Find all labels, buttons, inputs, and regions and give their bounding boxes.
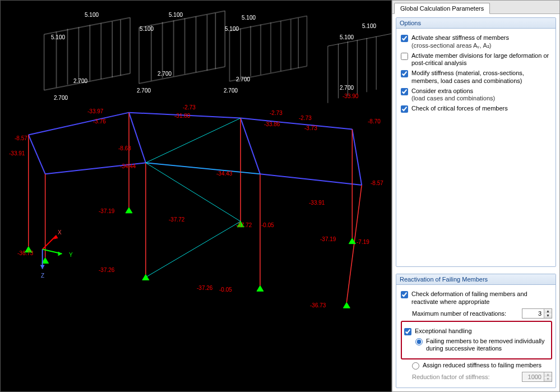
opt-member-divisions[interactable]: Activate member divisions for large defo…: [401, 52, 552, 68]
row-max-reactivations: Maximum number of reactivations: ▲▼: [412, 308, 552, 319]
spinner-up-icon[interactable]: ▲: [544, 309, 552, 313]
checkbox-exceptional[interactable]: [404, 328, 411, 335]
opt-label: Activate member divisions for large defo…: [411, 52, 552, 68]
tabbar: Global Calculation Parameters: [392, 1, 559, 14]
spinner-up-icon: ▲: [544, 372, 552, 377]
svg-line-6: [352, 130, 362, 186]
opt-label: Consider extra options: [411, 87, 473, 94]
spinner-reduction: ▲▼: [522, 372, 552, 382]
svg-line-21: [146, 163, 240, 222]
axis-y-label: Y: [69, 252, 73, 258]
checkbox-check-deform[interactable]: [401, 291, 408, 298]
opt-sublabel: (load cases and combinations): [411, 95, 495, 102]
spinner-down-icon: ▼: [544, 377, 552, 381]
options-group: Options Activate shear stiffness of memb…: [396, 17, 556, 267]
tab-global-calculation[interactable]: Global Calculation Parameters: [394, 3, 490, 14]
checkbox-shear[interactable]: [401, 35, 408, 42]
parameters-panel: Global Calculation Parameters Options Ac…: [392, 0, 560, 392]
spinner-down-icon[interactable]: ▼: [544, 313, 552, 318]
opt-label: Activate shear stiffness of members: [411, 34, 509, 41]
axis-z-label: Z: [41, 273, 44, 279]
svg-line-45: [229, 66, 307, 81]
radio-assign[interactable]: [412, 362, 419, 370]
input-reduction: [522, 373, 544, 381]
checkbox-extra[interactable]: [401, 88, 408, 95]
radio-remove-individually[interactable]: Failing members to be removed individual…: [415, 338, 549, 353]
svg-line-2: [240, 118, 352, 130]
svg-line-5: [240, 118, 260, 174]
scene-svg: [1, 1, 391, 391]
svg-line-19: [146, 163, 260, 174]
opt-extra-options[interactable]: Consider extra options(load cases and co…: [401, 87, 552, 103]
svg-line-18: [146, 118, 240, 163]
opt-sublabel: (cross-sectional areas Aᵧ, A₂): [411, 42, 492, 49]
opt-critical-forces[interactable]: Check of critical forces of members: [401, 105, 552, 113]
checkbox-critical[interactable]: [401, 105, 408, 113]
radio-remove[interactable]: [415, 338, 423, 345]
svg-line-34: [139, 67, 225, 84]
opt-label: Modify stiffness (material, cross-sectio…: [411, 70, 552, 85]
svg-line-3: [29, 135, 45, 174]
svg-line-4: [129, 113, 146, 163]
opt-exceptional-handling[interactable]: Exceptional handling: [404, 328, 549, 335]
opt-label: Assign reduced stiffness to failing memb…: [423, 362, 542, 370]
opt-shear-stiffness[interactable]: Activate shear stiffness of members(cros…: [401, 34, 552, 50]
reactivation-group: Reactivation of Failing Members Check de…: [396, 274, 556, 388]
options-header: Options: [396, 18, 556, 29]
svg-line-22: [44, 17, 130, 34]
opt-check-deformation[interactable]: Check deformation of failing members and…: [401, 290, 552, 306]
row-reduction-factor: Reduction factor of stiffness: ▲▼: [412, 372, 552, 382]
axis-x-label: X: [58, 229, 62, 236]
opt-label: Exceptional handling: [415, 328, 472, 335]
radio-assign-reduced[interactable]: Assign reduced stiffness to failing memb…: [412, 362, 552, 370]
svg-line-0: [29, 113, 129, 135]
svg-line-23: [44, 73, 130, 90]
opt-label: Check of critical forces of members: [411, 105, 508, 113]
opt-label: Failing members to be removed individual…: [426, 338, 549, 353]
svg-marker-67: [58, 252, 62, 256]
reduction-label: Reduction factor of stiffness:: [412, 373, 490, 380]
input-max-react[interactable]: [522, 310, 544, 317]
svg-line-64: [43, 236, 57, 250]
svg-line-1: [129, 113, 240, 118]
svg-line-7: [45, 163, 146, 174]
svg-line-55: [328, 32, 391, 46]
exceptional-handling-highlight: Exceptional handling Failing members to …: [401, 321, 552, 360]
svg-line-20: [146, 222, 240, 278]
spinner-max-react[interactable]: ▲▼: [522, 308, 552, 319]
checkbox-modify[interactable]: [401, 70, 408, 77]
svg-marker-69: [40, 265, 45, 269]
svg-line-33: [139, 11, 225, 27]
max-react-label: Maximum number of reactivations:: [412, 310, 506, 317]
opt-label: Check deformation of failing members and…: [411, 290, 552, 306]
svg-line-9: [260, 174, 362, 185]
svg-line-44: [229, 16, 307, 31]
reactivation-header: Reactivation of Failing Members: [396, 274, 556, 285]
checkbox-divisions[interactable]: [401, 53, 408, 60]
3d-viewport[interactable]: 5.100 5.100 5.100 5.100 5.100 5.100 5.10…: [0, 0, 392, 392]
opt-modify-stiffness[interactable]: Modify stiffness (material, cross-sectio…: [401, 70, 552, 85]
